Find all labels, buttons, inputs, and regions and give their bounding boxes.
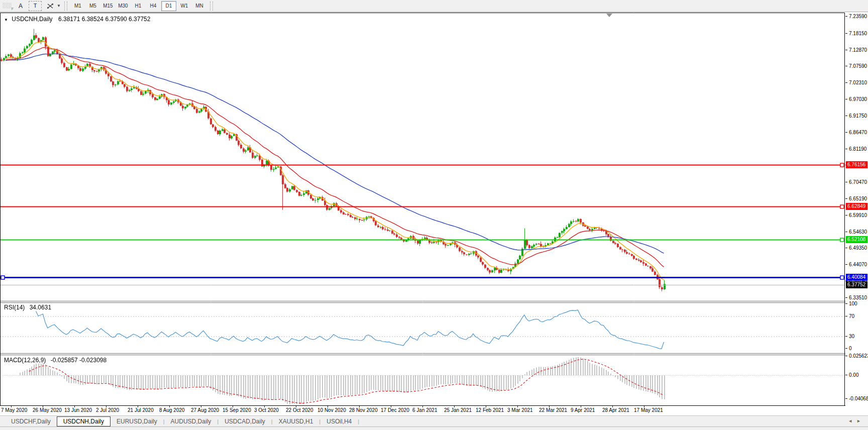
date-tick <box>644 406 644 407</box>
date-tick <box>264 406 265 407</box>
expert-grid-icon[interactable]: F <box>3 3 12 9</box>
price-tick-label: 6.65190 <box>845 196 868 202</box>
date-tick <box>359 406 360 407</box>
rsi-value: 34.0631 <box>30 304 51 311</box>
price-tick-label: 7.23590 <box>845 14 868 20</box>
date-label: 21 Jul 2020 <box>128 407 154 413</box>
price-tick-label: 6.70470 <box>845 179 868 185</box>
price-tick-label: 6.86470 <box>845 130 868 136</box>
date-tick <box>328 406 328 407</box>
macd-label: MACD(12,26,9) <box>4 357 46 364</box>
date-tick <box>296 406 296 407</box>
price-tick-label: 7.02310 <box>845 80 868 86</box>
date-axis[interactable]: 7 May 202026 May 202013 Jun 20202 Jul 20… <box>0 406 845 415</box>
price-axis[interactable]: 7.235907.181507.128707.075907.023106.970… <box>845 13 868 406</box>
date-label: 10 Nov 2020 <box>317 407 346 413</box>
date-tick <box>486 406 486 407</box>
timeframe-button-M1[interactable]: M1 <box>71 2 85 11</box>
timeframe-button-M15[interactable]: M15 <box>101 2 115 11</box>
date-label: 28 Apr 2021 <box>602 407 629 413</box>
date-label: 9 Apr 2021 <box>571 407 595 413</box>
date-tick <box>391 406 391 407</box>
hline-price-label[interactable]: 6.52108 <box>846 236 867 243</box>
price-tick-label: 6.91750 <box>845 113 868 119</box>
tab-xauusd-h1[interactable]: XAUUSD,H1 <box>273 417 319 426</box>
macd-values: -0.025857 -0.023098 <box>51 357 106 364</box>
hline-price-label[interactable]: 6.40084 <box>846 274 867 281</box>
date-label: 22 Mar 2021 <box>539 407 567 413</box>
timeframe-button-D1[interactable]: D1 <box>161 1 176 11</box>
date-tick <box>169 406 170 407</box>
price-tick-label: 7.07590 <box>845 63 868 69</box>
date-label: 2 Jul 2020 <box>96 407 119 413</box>
text-tool-icon[interactable]: T <box>29 1 42 11</box>
date-tick <box>106 406 106 407</box>
date-label: 8 Aug 2020 <box>159 407 185 413</box>
tab-usdchf-daily[interactable]: USDCHF,Daily <box>5 417 57 426</box>
date-label: 28 Nov 2020 <box>349 407 378 413</box>
date-tick <box>11 406 12 407</box>
date-label: 26 May 2020 <box>33 407 62 413</box>
toolbar-separator <box>64 2 67 11</box>
date-label: 3 Mar 2021 <box>507 407 533 413</box>
toolbar-separator-2 <box>210 2 213 11</box>
date-label: 13 Jun 2020 <box>64 407 92 413</box>
date-label: 6 Jan 2021 <box>412 407 438 413</box>
tab-audusd-daily[interactable]: AUDUSD,Daily <box>165 417 218 426</box>
rsi-axis-label: 0 <box>845 346 868 352</box>
macd-axis-label: 0.00 <box>845 372 868 378</box>
date-tick <box>201 406 201 407</box>
rsi-axis-label: 100 <box>845 301 868 307</box>
price-tick-label: 6.97030 <box>845 96 868 102</box>
price-tick-label: 6.33510 <box>845 295 868 301</box>
macd-axis-label: 0.025623 <box>845 353 868 359</box>
date-label: 25 Jan 2021 <box>444 407 472 413</box>
chart-shift-marker-icon[interactable] <box>606 14 612 17</box>
timeframe-button-H4[interactable]: H4 <box>146 2 160 11</box>
date-tick <box>422 406 423 407</box>
label-a-icon[interactable]: A <box>16 2 25 11</box>
macd-axis-label: -0.040687 <box>845 396 868 402</box>
timeframe-buttons: M1M5M15M30H1H4D1W1MN <box>71 1 206 11</box>
date-tick <box>612 406 613 407</box>
price-tick-label: 6.59910 <box>845 212 868 219</box>
date-tick <box>74 406 75 407</box>
top-toolbar: F A T ▼ M1M5M15M30H1H4D1W1MN <box>0 0 868 12</box>
date-tick <box>517 406 518 407</box>
rsi-axis-label: 30 <box>845 334 868 340</box>
tab-usdcad-daily[interactable]: USDCAD,Daily <box>219 417 271 426</box>
rsi-axis-label: 70 <box>845 313 868 319</box>
date-tick <box>549 406 550 407</box>
tab-scroll-left-icon[interactable]: ◄ <box>848 418 856 423</box>
hline-price-label[interactable]: 6.76156 <box>846 161 867 168</box>
collapse-triangle-icon[interactable]: ▼ <box>4 18 8 22</box>
date-label: 15 Sep 2020 <box>223 407 251 413</box>
timeframe-button-M30[interactable]: M30 <box>116 2 130 11</box>
price-tick-label: 6.54630 <box>845 229 868 235</box>
timeframe-button-MN[interactable]: MN <box>192 2 206 11</box>
tab-usdcnh-daily[interactable]: USDCNH,Daily <box>57 416 111 426</box>
chart-title: USDCNH,Daily <box>12 16 52 23</box>
date-label: 17 May 2021 <box>634 407 663 413</box>
chart-tabbar: USDCHF,DailyUSDCNH,DailyEURUSD,Daily|AUD… <box>0 415 868 426</box>
arrows-dropdown-caret[interactable]: ▼ <box>57 4 61 8</box>
chart-title-row: ▼ USDCNH,Daily 6.38171 6.38524 6.37590 6… <box>4 16 150 23</box>
arrows-tool-icon[interactable] <box>46 2 55 11</box>
tab-scroll-right-icon[interactable]: ► <box>856 418 865 423</box>
date-tick <box>454 406 455 407</box>
hline-price-label[interactable]: 6.62849 <box>846 203 867 210</box>
chart-ohlc-values: 6.38171 6.38524 6.37590 6.37752 <box>58 16 151 23</box>
price-tick-label: 7.18150 <box>845 31 868 37</box>
timeframe-button-M5[interactable]: M5 <box>86 2 100 11</box>
tab-usoil-h4[interactable]: USOil,H4 <box>320 417 358 426</box>
tab-divider: | <box>358 418 359 424</box>
rsi-label: RSI(14) <box>4 304 25 311</box>
timeframe-button-H1[interactable]: H1 <box>131 2 145 11</box>
timeframe-button-W1[interactable]: W1 <box>177 2 191 11</box>
date-tick <box>581 406 581 407</box>
diagonal-arrows-icon <box>46 3 54 10</box>
tab-eurusd-daily[interactable]: EURUSD,Daily <box>111 417 163 426</box>
hline-price-label[interactable]: 6.37752 <box>846 281 867 288</box>
chart-canvas[interactable] <box>0 13 845 406</box>
date-tick <box>43 406 43 407</box>
